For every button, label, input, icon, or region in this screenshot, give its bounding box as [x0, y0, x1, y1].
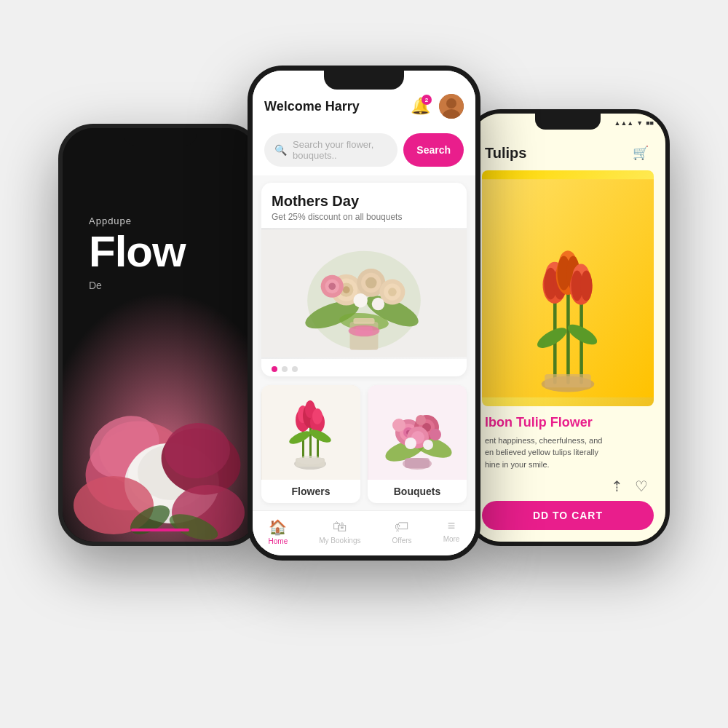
search-input[interactable]: Search your flower, bouquets..	[293, 139, 387, 161]
left-flowers-svg	[63, 265, 258, 542]
dot-1	[272, 366, 277, 372]
left-subtitle: De	[89, 280, 243, 291]
bookings-icon: 🛍	[333, 518, 347, 535]
svg-rect-58	[353, 318, 374, 324]
svg-point-91	[405, 438, 416, 449]
svg-point-90	[416, 415, 426, 425]
scene: Appdupe Flow De	[36, 36, 692, 692]
center-phone: Welcome Harry 🔔 2	[248, 66, 480, 561]
flowers-label: Flowers	[261, 480, 360, 503]
svg-rect-94	[405, 458, 430, 468]
header-icons: 🔔 2	[408, 94, 464, 119]
right-phone: ▲▲▲ ▼ ■■ Tulips 🛒	[466, 109, 670, 546]
nav-home[interactable]: 🏠 Home	[269, 518, 288, 545]
offers-label: Offers	[392, 537, 412, 545]
search-button[interactable]: Search	[403, 133, 464, 167]
left-notch	[124, 128, 197, 146]
categories-grid: Flowers	[261, 385, 467, 503]
home-icon: 🏠	[269, 518, 287, 536]
right-header: Tulips 🛒	[482, 143, 654, 163]
battery-icon: ■■	[646, 119, 654, 127]
bouquets-image	[368, 385, 467, 480]
svg-point-75	[297, 456, 323, 464]
nav-offers[interactable]: 🏷 Offers	[392, 518, 412, 545]
main-scroll[interactable]: Mothers Day Get 25% discount on all bouq…	[253, 175, 475, 510]
left-phone-content: Appdupe Flow De	[63, 128, 258, 542]
center-notch	[324, 71, 404, 90]
avatar-svg	[439, 94, 464, 119]
flowers-image	[261, 385, 360, 480]
svg-rect-60	[355, 327, 372, 336]
svg-point-88	[392, 419, 405, 432]
svg-point-89	[430, 429, 441, 440]
flowers-category-card[interactable]: Flowers	[261, 385, 360, 503]
banner-card: Mothers Day Get 25% discount on all bouq…	[261, 183, 467, 376]
tulip-svg	[482, 170, 654, 406]
svg-point-56	[372, 298, 385, 311]
more-icon: ≡	[448, 518, 456, 534]
bouquets-label: Bouquets	[368, 480, 467, 503]
dot-2	[282, 366, 288, 372]
banner-text: Mothers Day Get 25% discount on all bouq…	[261, 183, 467, 228]
dot-3	[292, 366, 298, 372]
svg-rect-17	[579, 301, 583, 384]
banner-image	[261, 228, 467, 359]
offers-icon: 🏷	[395, 518, 409, 535]
left-phone: Appdupe Flow De	[58, 124, 262, 546]
svg-point-35	[446, 98, 456, 108]
bottom-nav: 🏠 Home 🛍 My Bookings 🏷 Offers ≡ More	[253, 510, 475, 555]
banner-subtitle: Get 25% discount on all bouquets	[272, 212, 456, 222]
center-content: Welcome Harry 🔔 2	[253, 71, 475, 555]
right-description: lbon Tulip Flower ent happiness, cheerfu…	[482, 415, 654, 471]
more-label: More	[443, 535, 460, 543]
bell-container[interactable]: 🔔 2	[408, 95, 432, 118]
svg-point-55	[353, 293, 367, 307]
svg-point-51	[388, 288, 397, 296]
search-icon: 🔍	[274, 144, 287, 156]
search-bar: 🔍 Search your flower, bouquets.. Search	[253, 127, 475, 175]
svg-rect-16	[566, 291, 570, 384]
banner-bouquet-svg	[261, 228, 467, 359]
add-to-cart-button[interactable]: DD TO CART	[482, 501, 654, 530]
right-status-bar: ▲▲▲ ▼ ■■	[614, 119, 654, 127]
brand-label: Appdupe	[89, 215, 243, 226]
svg-point-45	[343, 286, 350, 293]
bookings-label: My Bookings	[319, 537, 360, 545]
nav-more[interactable]: ≡ More	[443, 518, 460, 545]
svg-rect-33	[545, 374, 591, 387]
right-phone-content: ▲▲▲ ▼ ■■ Tulips 🛒	[470, 114, 665, 542]
right-actions: ⇡ ♡	[482, 478, 654, 495]
svg-point-31	[580, 270, 592, 301]
banner-title: Mothers Day	[272, 193, 456, 210]
dots-container	[261, 359, 467, 376]
left-home-indicator	[131, 529, 189, 531]
flowers-svg	[262, 385, 360, 480]
nav-bookings[interactable]: 🛍 My Bookings	[319, 518, 360, 545]
bouquets-svg	[368, 385, 467, 480]
cart-icon[interactable]: 🛒	[630, 143, 651, 163]
svg-point-92	[423, 440, 433, 450]
heart-icon[interactable]: ♡	[635, 478, 648, 495]
signal-icon: ▲▲▲	[614, 119, 633, 127]
share-icon[interactable]: ⇡	[611, 478, 623, 495]
avatar[interactable]	[439, 94, 464, 119]
search-input-wrap[interactable]: 🔍 Search your flower, bouquets..	[264, 133, 397, 167]
wifi-icon: ▼	[636, 119, 643, 127]
bell-badge: 2	[422, 95, 432, 105]
splash-flowers-bg	[63, 265, 258, 542]
svg-point-48	[365, 277, 377, 289]
app-title: Flow	[89, 230, 243, 274]
bouquets-category-card[interactable]: Bouquets	[368, 385, 467, 503]
tulip-flower-name: lbon Tulip Flower	[485, 415, 651, 430]
svg-point-54	[328, 282, 336, 290]
right-notch	[535, 114, 601, 130]
right-title: Tulips	[485, 145, 526, 162]
tulip-image	[482, 170, 654, 406]
tulip-flower-desc: ent happiness, cheerfulness, and en beli…	[485, 435, 651, 471]
svg-point-70	[312, 408, 323, 424]
home-label: Home	[269, 537, 288, 545]
welcome-text: Welcome Harry	[264, 99, 360, 114]
